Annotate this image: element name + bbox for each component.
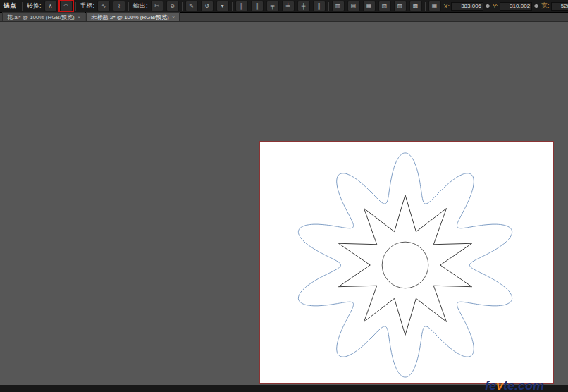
show-handles-button[interactable]: ∿: [97, 1, 110, 11]
style-dropdown[interactable]: ▾: [216, 1, 229, 11]
divider: [128, 2, 129, 11]
watermark-accent: v: [496, 379, 503, 392]
tab-label: 未标题-2* @ 100% (RGB/预览): [91, 13, 168, 21]
divider: [22, 2, 23, 11]
edit-button[interactable]: ✎: [185, 1, 198, 11]
distribute-2-button[interactable]: ▤: [347, 1, 360, 11]
distribute-1-button[interactable]: ▥: [332, 1, 345, 11]
convert-to-corner-button[interactable]: ∧: [44, 1, 57, 11]
distribute-5-button[interactable]: ▨: [394, 1, 407, 11]
divider: [328, 2, 329, 11]
divider: [425, 2, 426, 11]
artboard[interactable]: [259, 141, 554, 384]
divider: [75, 2, 76, 11]
tab-label: 花.ai* @ 100% (RGB/预览): [7, 13, 75, 21]
handles-label: 手柄:: [80, 1, 95, 11]
divider: [182, 2, 183, 11]
divider: [232, 2, 233, 11]
convert-to-smooth-button[interactable]: ◠: [60, 1, 73, 11]
align-bottom-button[interactable]: ╧: [282, 1, 295, 11]
annotation-highlight: ◠: [60, 1, 73, 11]
y-field: Y: 310.002: [493, 2, 538, 11]
align-left-button[interactable]: ╟: [235, 1, 248, 11]
width-field-label: 宽:: [541, 1, 550, 11]
hide-handles-button[interactable]: ≀: [113, 1, 125, 11]
tab-flower-document[interactable]: 花.ai* @ 100% (RGB/预览) ×: [2, 12, 85, 21]
x-field-stepper[interactable]: [486, 4, 490, 8]
watermark-logo: fevte.com: [485, 379, 544, 392]
y-field-stepper[interactable]: [534, 4, 538, 8]
align-center-button[interactable]: ╢: [251, 1, 264, 11]
tab-untitled-document[interactable]: 未标题-2* @ 100% (RGB/预览) ×: [86, 12, 180, 21]
undo-button[interactable]: ↺: [201, 1, 214, 11]
remove-anchor-button[interactable]: ⊘: [166, 1, 179, 11]
x-field: X: 383.006: [444, 2, 490, 11]
center-circle-shape[interactable]: [382, 242, 428, 288]
distribute-4-button[interactable]: ▧: [378, 1, 391, 11]
distribute-3-button[interactable]: ▦: [363, 1, 376, 11]
cut-path-button[interactable]: ✂: [151, 1, 163, 11]
artwork-svg: [260, 142, 553, 383]
distribute-6-button[interactable]: ▩: [409, 1, 422, 11]
control-toolbar: 锚点 转换: ∧ ◠ 手柄: ∿ ≀ 输出: ✂ ⊘ ✎ ↺ ▾ ╟ ╢ ╤ ╧…: [0, 0, 568, 13]
application-window: 锚点 转换: ∧ ◠ 手柄: ∿ ≀ 输出: ✂ ⊘ ✎ ↺ ▾ ╟ ╢ ╤ ╧…: [0, 0, 568, 392]
canvas-area[interactable]: [0, 22, 568, 385]
star-outline-path[interactable]: [338, 195, 471, 336]
y-field-input[interactable]: 310.002: [500, 2, 532, 11]
panel-title: 锚点: [4, 1, 16, 11]
tab-close-icon[interactable]: ×: [78, 14, 81, 20]
x-field-input[interactable]: 383.006: [451, 2, 483, 11]
watermark-post: te.com: [503, 379, 544, 392]
align-top-button[interactable]: ╤: [266, 1, 279, 11]
y-field-label: Y:: [493, 3, 498, 10]
tab-close-icon[interactable]: ×: [172, 14, 175, 20]
width-field-input[interactable]: 526.269: [551, 2, 568, 11]
transform-grid-button[interactable]: ▦: [428, 1, 441, 11]
align-middle-button[interactable]: ╪: [297, 1, 310, 11]
flower-outline-path[interactable]: [298, 153, 512, 377]
width-field: 宽: 526.269: [541, 1, 568, 11]
align-vertical-button[interactable]: ╫: [313, 1, 326, 11]
x-field-label: X:: [444, 3, 450, 10]
bottom-bar: [0, 385, 568, 392]
anchors-label: 输出:: [133, 1, 148, 11]
document-tabbar: 花.ai* @ 100% (RGB/预览) × 未标题-2* @ 100% (R…: [0, 13, 568, 22]
convert-label: 转换:: [27, 1, 42, 11]
watermark-pre: fe: [485, 379, 496, 392]
